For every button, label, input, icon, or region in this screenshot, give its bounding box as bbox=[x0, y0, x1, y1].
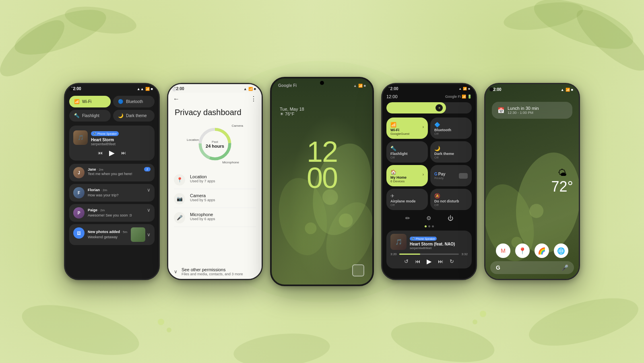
see-other-title: See other permissions bbox=[182, 267, 243, 272]
qs-tile-myhome[interactable]: 🏠 My Home › 6 Devices bbox=[386, 165, 428, 186]
flashlight-toggle-icon: 🔦 bbox=[74, 113, 80, 118]
music-title-1: Heart Storm bbox=[91, 138, 151, 142]
phone-speaker-label: Phone Speaker bbox=[97, 132, 117, 135]
flashlight-toggle[interactable]: 🔦 Flashlight bbox=[69, 110, 111, 122]
media-top-4: 🎵 🔊 Phone Speaker Heart Storm (feat. NAO… bbox=[390, 234, 468, 250]
notif-body-photos: New photos added · 5m Weekend getaway ∨ bbox=[88, 227, 151, 242]
maps-app-icon[interactable]: 📍 bbox=[515, 243, 530, 258]
media-info-4: 🔊 Phone Speaker Heart Storm (feat. NAO) … bbox=[410, 234, 468, 250]
see-other-permissions[interactable]: ∨ See other permissions Files and media,… bbox=[168, 263, 262, 280]
speaker-icon: 🔊 bbox=[93, 132, 97, 135]
permission-location[interactable]: 📍 Location Used by 7 apps bbox=[174, 171, 256, 189]
weather-text: ☀ 76°F bbox=[280, 111, 304, 117]
expand-florian[interactable]: ∨ bbox=[147, 187, 151, 193]
more-button[interactable]: ⋮ bbox=[250, 95, 257, 103]
notif-app-photos: New photos added · 5m bbox=[88, 230, 127, 234]
time-end: 3:32 bbox=[461, 252, 468, 256]
skip-back-button[interactable]: ⏮ bbox=[98, 150, 103, 156]
camera-hole-3 bbox=[320, 81, 324, 85]
flashlight-toggle-label: Flashlight bbox=[82, 113, 99, 118]
date-text: Tue, May 18 bbox=[280, 107, 304, 111]
clock-display: 12 00 bbox=[307, 139, 337, 191]
back-button[interactable]: ← bbox=[173, 95, 180, 103]
location-icon: 📍 bbox=[174, 174, 185, 186]
svg-point-24 bbox=[339, 213, 353, 227]
event-card: 📅 Lunch in 30 min 12:30 - 1:00 PM bbox=[492, 102, 572, 119]
camera-perm-name: Camera bbox=[190, 193, 256, 198]
qs-tile-dnd[interactable]: 🔕 Do not disturb Off bbox=[430, 189, 472, 210]
phone2-content: ← ⋮ Privacy dashboard bbox=[168, 93, 262, 280]
phone-speaker-badge-1: 🔊 Phone Speaker bbox=[91, 131, 119, 136]
play-button-4[interactable]: ▶ bbox=[427, 258, 431, 265]
bluetooth-qs-sub: Off bbox=[434, 132, 468, 136]
bluetooth-qs-name: Bluetooth bbox=[434, 128, 468, 132]
qs-tile-flashlight[interactable]: 🔦 Flashlight Off bbox=[386, 141, 428, 163]
gpay-label-row: G Pay bbox=[434, 172, 446, 176]
wifi-qs-name: Wi-Fi bbox=[390, 128, 399, 132]
wifi-qs-icon: 📶 bbox=[390, 122, 396, 128]
status-bar-4: 12:00 ▲ 📶 ■ bbox=[382, 84, 476, 93]
play-button-1[interactable]: ▶ bbox=[109, 148, 115, 157]
clock-time: 12 00 bbox=[307, 139, 337, 191]
replay-button[interactable]: ↺ bbox=[404, 258, 409, 264]
chrome-app-icon[interactable]: 🌐 bbox=[554, 243, 568, 258]
weather-temp: 72° bbox=[551, 178, 573, 195]
bluetooth-toggle[interactable]: 🔵 Bluetooth bbox=[113, 96, 155, 107]
permission-microphone[interactable]: 🎤 Microphone Used by 6 apps bbox=[174, 209, 256, 227]
expand-photos[interactable]: ∨ bbox=[147, 232, 151, 237]
settings-icon[interactable]: ⚙ bbox=[426, 215, 431, 221]
notif-body-jane: Jane · 2m 2 Text me when you get here! bbox=[88, 167, 151, 176]
dot-3 bbox=[432, 225, 434, 227]
wifi-toggle[interactable]: 📶 Wi-Fi bbox=[69, 96, 111, 107]
qs-time: 12:00 bbox=[386, 94, 398, 99]
qs-tile-wifi[interactable]: 📶 Wi-Fi › GoogleGuest bbox=[386, 118, 428, 139]
media-progress: 3:20 3:32 bbox=[390, 252, 468, 256]
clock-hours: 12 bbox=[307, 139, 337, 165]
power-icon[interactable]: ⏻ bbox=[448, 215, 453, 221]
google-g-icon: G bbox=[496, 264, 500, 271]
progress-bar[interactable] bbox=[399, 254, 459, 255]
phone-quick-settings: 12:00 ▲ 📶 ■ 12:00 Google Fi 📶 🔋 ☀ bbox=[381, 83, 477, 280]
svg-point-27 bbox=[529, 204, 543, 218]
expand-paige[interactable]: ∨ bbox=[147, 207, 151, 213]
microphone-search-icon[interactable]: 🎤 bbox=[561, 264, 568, 271]
qs-tile-gpay[interactable]: G Pay Ready bbox=[430, 165, 472, 186]
permission-camera[interactable]: 📷 Camera Used by 5 apps bbox=[174, 190, 256, 208]
loop-button[interactable]: ↻ bbox=[450, 258, 454, 264]
clear-all-button[interactable]: Clear all bbox=[140, 280, 155, 280]
qs-tile-darktheme[interactable]: 🌙 Dark theme Off bbox=[430, 141, 472, 163]
prev-button[interactable]: ⏮ bbox=[415, 258, 420, 264]
microphone-perm-text: Microphone Used by 6 apps bbox=[190, 212, 256, 221]
battery-icon-2: ■ bbox=[254, 87, 256, 91]
progress-fill bbox=[399, 254, 420, 255]
location-perm-name: Location bbox=[190, 174, 256, 179]
camera-label: Camera bbox=[232, 124, 243, 128]
gpay-card-icon bbox=[459, 173, 468, 179]
next-button[interactable]: ⏭ bbox=[438, 258, 443, 264]
phone1-content: 📶 Wi-Fi 🔵 Bluetooth 🔦 Flashlight 🌙 Dark … bbox=[65, 93, 159, 280]
darktheme-toggle[interactable]: 🌙 Dark theme bbox=[113, 110, 155, 122]
home-search-bar[interactable]: G 🎤 bbox=[490, 261, 574, 274]
see-other-sub: Files and media, contacts, and 3 more bbox=[182, 272, 243, 276]
qs-tile-bluetooth[interactable]: 🔷 Bluetooth Off bbox=[430, 118, 472, 139]
donut-chart-container: Past 24 hours Camera Location Microphone bbox=[187, 122, 243, 166]
notif-msg-paige: Awesome! See you soon :0 bbox=[88, 213, 151, 217]
qs-tile-airplane[interactable]: ✈ Airplane mode Off bbox=[386, 189, 428, 210]
dock-apps: M 📍 🌈 🌐 bbox=[496, 243, 568, 258]
recent-apps-button[interactable] bbox=[352, 264, 364, 276]
photo-thumbnail bbox=[131, 227, 145, 242]
edit-icon[interactable]: ✏ bbox=[405, 215, 410, 221]
bluetooth-toggle-icon: 🔵 bbox=[118, 99, 124, 104]
photos-app-icon[interactable]: 🌈 bbox=[535, 243, 549, 258]
manage-button[interactable]: Manage bbox=[69, 280, 84, 280]
bluetooth-qs-icon: 🔷 bbox=[434, 122, 440, 128]
status-bar-5: 12:00 ▲ 📶 ■ bbox=[485, 84, 579, 93]
chart-labels: Camera Location Microphone bbox=[187, 122, 243, 166]
brightness-slider[interactable]: ☀ bbox=[386, 102, 472, 113]
gmail-app-icon[interactable]: M bbox=[496, 243, 510, 258]
brightness-fill: ☀ bbox=[386, 102, 446, 113]
wifi-toggle-icon: 📶 bbox=[74, 99, 80, 104]
skip-forward-button[interactable]: ⏭ bbox=[121, 150, 126, 156]
qs-tile-wifi-top: 📶 Wi-Fi › bbox=[390, 121, 424, 132]
signal-icon: ▲▲ bbox=[137, 87, 144, 91]
